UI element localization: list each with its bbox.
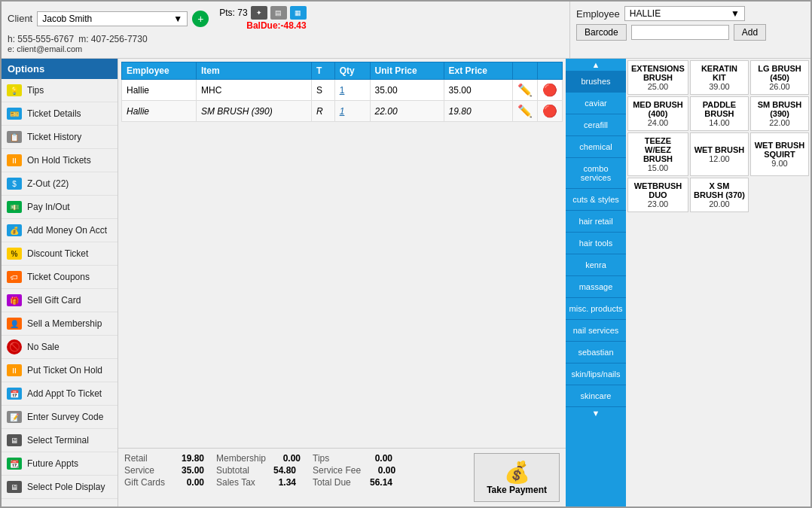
sidebar-label-add-appt: Add Appt To Ticket xyxy=(27,388,102,399)
category-item[interactable]: sebastian xyxy=(566,342,626,364)
sidebar-label-add-money: Add Money On Acct xyxy=(27,225,107,236)
product-name: LG BRUSH (450) xyxy=(754,64,805,82)
sidebar-label-pay-in-out: Pay In/Out xyxy=(27,202,70,212)
category-item[interactable]: kenra xyxy=(566,254,626,276)
employee-dropdown-arrow[interactable]: ▼ xyxy=(731,8,740,19)
category-item[interactable]: hair retail xyxy=(566,211,626,233)
add-button[interactable]: Add xyxy=(734,24,766,41)
category-item[interactable]: cerafill xyxy=(566,114,626,136)
coupons-icon: 🏷 xyxy=(6,269,23,285)
row-item: SM BRUSH (390) xyxy=(196,101,311,122)
sidebar-label-membership: Sell a Membership xyxy=(27,318,102,329)
col-item: Item xyxy=(196,62,311,80)
qty-link[interactable]: 1 xyxy=(340,106,345,117)
total-due-value: 56.14 xyxy=(362,477,392,488)
product-item[interactable]: WET BRUSH SQUIRT9.00 xyxy=(750,132,809,176)
category-item[interactable]: brushes xyxy=(566,71,626,93)
sidebar-label-put-hold: Put Ticket On Hold xyxy=(27,365,102,376)
category-item[interactable]: combo services xyxy=(566,158,626,189)
product-name: WET BRUSH SQUIRT xyxy=(754,141,805,159)
product-item[interactable]: KERATIN KIT39.00 xyxy=(690,60,749,95)
row-item: MHC xyxy=(196,80,311,101)
category-panel: ▲ brushescaviarcerafillchemicalcombo ser… xyxy=(566,59,626,506)
employee-select[interactable]: HALLIE ▼ xyxy=(624,6,745,21)
sidebar-label-gift-card: Sell Gift Card xyxy=(27,295,81,306)
client-label: Client xyxy=(8,13,32,24)
sidebar-label-coupons: Ticket Coupons xyxy=(27,272,90,282)
sales-tax-value: 1.34 xyxy=(266,477,296,488)
sidebar-item-ticket-history[interactable]: 📋 Ticket History xyxy=(2,126,118,149)
row-delete-btn[interactable]: 🔴 xyxy=(538,101,563,122)
sidebar-item-no-sale[interactable]: 🚫 No Sale xyxy=(2,336,118,359)
sidebar-item-ticket-details[interactable]: 🎫 Ticket Details xyxy=(2,102,118,126)
ticket-table-area: Employee Item T Qty Unit Price Ext Price… xyxy=(118,59,566,448)
membership-label: Membership xyxy=(216,453,266,464)
product-item[interactable]: SM BRUSH (390)22.00 xyxy=(750,96,809,131)
sidebar-item-add-appt[interactable]: 📅 Add Appt To Ticket xyxy=(2,382,118,406)
total-due-label: Total Due xyxy=(313,477,358,488)
totals-group-2: Membership 0.00 Subtotal 54.80 Sales Tax… xyxy=(216,453,301,488)
row-qty: 1 xyxy=(334,101,370,122)
category-item[interactable]: massage xyxy=(566,276,626,298)
category-item[interactable]: hair tools xyxy=(566,233,626,254)
product-item[interactable]: PADDLE BRUSH14.00 xyxy=(690,96,749,131)
product-item[interactable]: MED BRUSH (400)24.00 xyxy=(627,96,688,131)
sidebar-item-zout[interactable]: $ Z-Out (22) xyxy=(2,172,118,196)
product-price: 22.00 xyxy=(769,118,790,127)
product-item[interactable]: WETBRUSH DUO23.00 xyxy=(627,178,688,212)
client-name-input[interactable]: Jacob Smith ▼ xyxy=(37,11,188,26)
product-item[interactable]: WET BRUSH12.00 xyxy=(690,132,749,176)
row-edit-btn[interactable]: ✏️ xyxy=(513,80,538,101)
sidebar-item-on-hold[interactable]: ⏸ On Hold Tickets xyxy=(2,149,118,172)
product-item[interactable]: EXTENSIONS BRUSH25.00 xyxy=(627,60,688,95)
barcode-input[interactable] xyxy=(631,25,729,40)
sidebar-item-membership[interactable]: 👤 Sell a Membership xyxy=(2,312,118,336)
category-item[interactable]: nail services xyxy=(566,320,626,342)
client-phone: h: 555-555-6767 m: 407-256-7730 xyxy=(8,34,563,44)
pay-in-out-icon: 💵 xyxy=(6,199,23,215)
scroll-up-arrow[interactable]: ▲ xyxy=(566,59,626,71)
sidebar-label-on-hold: On Hold Tickets xyxy=(27,155,91,166)
sidebar-item-gift-card[interactable]: 🎁 Sell Gift Card xyxy=(2,289,118,312)
sidebar-item-pay-in-out[interactable]: 💵 Pay In/Out xyxy=(2,196,118,219)
sidebar-item-terminal[interactable]: 🖥 Select Terminal xyxy=(2,429,118,452)
client-name-value: Jacob Smith xyxy=(42,14,173,24)
sidebar-item-future-appts[interactable]: 📆 Future Appts xyxy=(2,452,118,476)
edit-icon: ✏️ xyxy=(517,105,533,117)
product-name: X SM BRUSH (370) xyxy=(694,181,745,199)
category-item[interactable]: misc. products xyxy=(566,298,626,320)
product-item[interactable]: TEEZE W/EEZ BRUSH15.00 xyxy=(627,132,688,176)
tips-value: 0.00 xyxy=(362,453,392,464)
category-item[interactable]: caviar xyxy=(566,93,626,114)
tips-icon: 💡 xyxy=(6,82,23,99)
sidebar-item-add-money[interactable]: 💰 Add Money On Acct xyxy=(2,219,118,242)
client-dropdown-arrow[interactable]: ▼ xyxy=(173,14,182,24)
product-name: SM BRUSH (390) xyxy=(754,100,805,118)
scroll-down-arrow[interactable]: ▼ xyxy=(566,407,626,419)
take-payment-button[interactable]: 💰 Take Payment xyxy=(474,453,560,502)
product-item[interactable]: X SM BRUSH (370)20.00 xyxy=(690,178,749,212)
sidebar: Options 💡 Tips 🎫 Ticket Details 📋 Ticket… xyxy=(2,59,118,506)
sidebar-item-put-hold[interactable]: ⏸ Put Ticket On Hold xyxy=(2,359,118,382)
barcode-button[interactable]: Barcode xyxy=(576,24,627,41)
sidebar-label-no-sale: No Sale xyxy=(27,342,60,352)
sidebar-item-pole-display[interactable]: 🖥 Select Pole Display xyxy=(2,476,118,499)
row-edit-btn[interactable]: ✏️ xyxy=(513,101,538,122)
sidebar-item-discount[interactable]: % Discount Ticket xyxy=(2,242,118,266)
category-item[interactable]: cuts & styles xyxy=(566,189,626,211)
product-price: 25.00 xyxy=(648,82,669,91)
category-item[interactable]: skincare xyxy=(566,385,626,407)
row-unit-price: 22.00 xyxy=(370,101,444,122)
sidebar-item-tips[interactable]: 💡 Tips xyxy=(2,79,118,102)
product-item[interactable]: LG BRUSH (450)26.00 xyxy=(750,60,809,95)
row-delete-btn[interactable]: 🔴 xyxy=(538,80,563,101)
product-name: TEEZE W/EEZ BRUSH xyxy=(631,136,685,163)
sidebar-item-survey[interactable]: 📝 Enter Survey Code xyxy=(2,406,118,429)
category-item[interactable]: chemical xyxy=(566,136,626,158)
sidebar-item-coupons[interactable]: 🏷 Ticket Coupons xyxy=(2,266,118,289)
add-client-button[interactable]: + xyxy=(192,11,209,27)
product-price: 26.00 xyxy=(769,82,790,91)
category-item[interactable]: skin/lips/nails xyxy=(566,364,626,385)
product-price: 24.00 xyxy=(648,118,669,127)
qty-link[interactable]: 1 xyxy=(340,85,345,96)
